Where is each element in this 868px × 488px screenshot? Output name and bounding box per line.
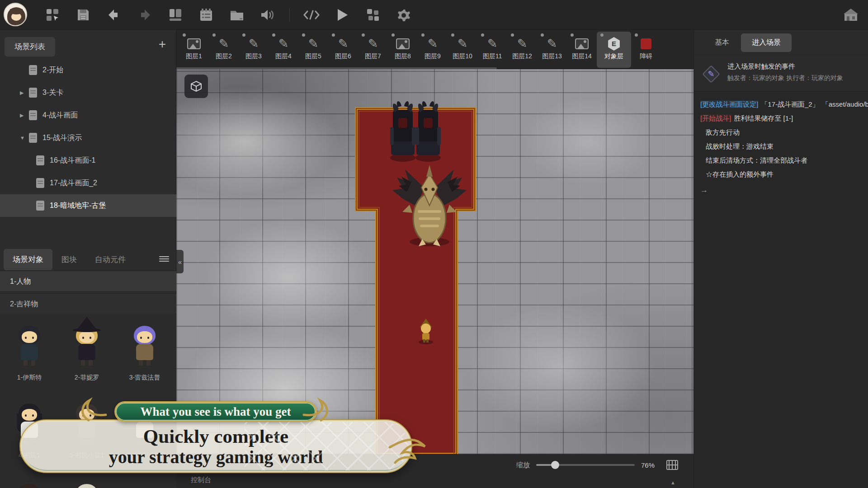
play-icon[interactable] bbox=[330, 4, 354, 26]
layout-icon[interactable] bbox=[164, 4, 187, 26]
collapse-panel-handle[interactable]: « bbox=[176, 250, 184, 273]
tab-layer-2[interactable]: ✎图层2 bbox=[209, 32, 239, 68]
character-sprite[interactable] bbox=[126, 322, 164, 371]
scene-tree-item[interactable]: 18-暗域地牢-古堡 bbox=[0, 194, 176, 217]
tree-expand-icon[interactable]: ▶ bbox=[20, 90, 26, 96]
layer-visibility-dot[interactable] bbox=[600, 33, 604, 37]
tab-auto-elements[interactable]: 自动元件 bbox=[86, 249, 135, 270]
layer-visibility-dot[interactable] bbox=[302, 33, 305, 37]
tab-layer-14[interactable]: 图层14 bbox=[567, 32, 597, 68]
tree-expand-icon[interactable]: ▼ bbox=[20, 135, 26, 141]
layer-visibility-dot[interactable] bbox=[392, 33, 395, 37]
scene-tree-item[interactable]: 17-战斗画面_2 bbox=[0, 172, 176, 194]
undo-icon[interactable] bbox=[102, 4, 126, 26]
character-sprite[interactable] bbox=[10, 322, 48, 371]
throne-right[interactable] bbox=[415, 101, 441, 162]
tab-layer-12[interactable]: ✎图层12 bbox=[507, 32, 537, 68]
tab-layer-1[interactable]: 图层1 bbox=[179, 32, 209, 68]
character-cell[interactable]: 2-菲妮罗 bbox=[60, 322, 114, 382]
tab-layer-10[interactable]: ✎图层10 bbox=[448, 32, 477, 68]
scene-tree-item[interactable]: ▶3-关卡 bbox=[0, 81, 176, 104]
character-cell[interactable]: 3-雷兹法普 bbox=[118, 322, 172, 382]
scene-tree-item[interactable]: 2-开始 bbox=[0, 59, 176, 81]
3d-view-button[interactable] bbox=[184, 75, 208, 98]
script-line[interactable]: 结束后清场方式：清理全部战斗者 bbox=[700, 155, 868, 166]
layer-visibility-dot[interactable] bbox=[511, 33, 514, 37]
red-carpet[interactable] bbox=[356, 108, 475, 454]
map-canvas[interactable]: « bbox=[176, 69, 693, 454]
tab-layer-13[interactable]: ✎图层13 bbox=[537, 32, 567, 68]
grid-toggle-icon[interactable] bbox=[666, 460, 678, 470]
character-cell[interactable] bbox=[60, 480, 114, 488]
layer-visibility-dot[interactable] bbox=[272, 33, 275, 37]
folder-icon[interactable] bbox=[225, 4, 249, 26]
layer-visibility-dot[interactable] bbox=[332, 33, 335, 37]
tab-layer-7[interactable]: ✎图层7 bbox=[358, 32, 388, 68]
tab-layer-6[interactable]: ✎图层6 bbox=[328, 32, 358, 68]
layer-visibility-dot[interactable] bbox=[212, 33, 216, 37]
tab-layer-3[interactable]: ✎图层3 bbox=[239, 32, 269, 68]
layer-visibility-dot[interactable] bbox=[541, 33, 544, 37]
layer-visibility-dot[interactable] bbox=[481, 33, 484, 37]
command-tag[interactable]: [开始战斗] bbox=[700, 114, 731, 122]
group-characters[interactable]: 1-人物 bbox=[0, 271, 176, 291]
layer-visibility-dot[interactable] bbox=[362, 33, 365, 37]
plugin-icon[interactable] bbox=[361, 4, 385, 26]
layer-icon-wrap bbox=[631, 36, 661, 52]
script-line[interactable]: [开始战斗]胜利结果储存至 [1-] bbox=[700, 113, 868, 124]
list-view-icon[interactable] bbox=[159, 255, 169, 263]
user-avatar[interactable] bbox=[4, 3, 27, 26]
script-line[interactable]: → bbox=[700, 184, 868, 196]
character-cell[interactable] bbox=[2, 480, 57, 488]
layer-visibility-dot[interactable] bbox=[242, 33, 245, 37]
shop-house-icon[interactable] bbox=[839, 4, 863, 26]
audio-icon[interactable] bbox=[256, 4, 279, 26]
tab-layer-11[interactable]: ✎图层11 bbox=[477, 32, 507, 68]
console-toggle[interactable]: 控制台 bbox=[191, 476, 211, 484]
tab-scene-list[interactable]: 场景列表 bbox=[5, 37, 55, 56]
tab-layer-8[interactable]: 图层8 bbox=[388, 32, 418, 68]
tab-object-layer[interactable]: E对象层 bbox=[597, 32, 631, 68]
character-cell[interactable]: 1-伊斯特 bbox=[2, 322, 57, 382]
script-line[interactable]: 敌方先行动 bbox=[700, 127, 868, 138]
tab-basic[interactable]: 基本 bbox=[704, 33, 740, 52]
schedule-icon[interactable] bbox=[194, 4, 218, 26]
expand-console-icon[interactable]: ▲ bbox=[670, 480, 675, 485]
tab-scene-objects[interactable]: 场景对象 bbox=[4, 249, 52, 270]
event-header[interactable]: ✎ 进入场景时触发的事件 触发者：玩家的对象 执行者：玩家的对象 bbox=[694, 55, 868, 91]
tab-layer-9[interactable]: ✎图层9 bbox=[418, 32, 448, 68]
add-scene-button[interactable]: + bbox=[159, 38, 166, 51]
redo-icon[interactable] bbox=[133, 4, 156, 26]
script-line[interactable]: 战败时处理：游戏结束 bbox=[700, 141, 868, 152]
layer-visibility-dot[interactable] bbox=[421, 33, 425, 37]
layer-visibility-dot[interactable] bbox=[571, 33, 574, 37]
code-icon[interactable] bbox=[300, 4, 323, 26]
script-line[interactable]: ☆存在插入的额外事件 bbox=[700, 169, 868, 180]
zoom-slider[interactable] bbox=[536, 464, 635, 466]
group-mascots[interactable]: 2-吉祥物 bbox=[0, 293, 176, 314]
zoom-slider-handle[interactable] bbox=[551, 461, 559, 469]
tree-expand-icon[interactable]: ▶ bbox=[20, 113, 26, 118]
layer-visibility-dot[interactable] bbox=[451, 33, 454, 37]
command-link[interactable]: [更改战斗画面设定] bbox=[700, 100, 758, 108]
tab-obstacle-layer[interactable]: 障碍 bbox=[631, 32, 661, 68]
scene-tree-item[interactable]: ▼15-战斗演示 bbox=[0, 127, 176, 149]
layer-visibility-dot[interactable] bbox=[635, 33, 638, 37]
character-sprite[interactable] bbox=[68, 480, 106, 488]
tab-layer-4[interactable]: ✎图层4 bbox=[269, 32, 298, 68]
scene-tree-item[interactable]: 16-战斗画面-1 bbox=[0, 149, 176, 172]
tab-tiles[interactable]: 图块 bbox=[52, 249, 86, 270]
character-sprite[interactable] bbox=[10, 480, 48, 488]
image-icon bbox=[187, 38, 201, 49]
script-line[interactable]: [更改战斗画面设定]「17-战斗画面_2」「asset/audio/bgm/ bbox=[700, 99, 868, 110]
throne-left[interactable] bbox=[390, 101, 415, 162]
dashboard-icon[interactable] bbox=[41, 4, 64, 26]
settings-icon[interactable] bbox=[392, 4, 415, 26]
scene-tree-item[interactable]: ▶4-战斗画面 bbox=[0, 104, 176, 127]
character-sprite[interactable] bbox=[68, 322, 106, 371]
obstacle-icon bbox=[641, 38, 651, 49]
save-icon[interactable] bbox=[71, 4, 95, 26]
layer-visibility-dot[interactable] bbox=[183, 33, 186, 37]
tab-enter-scene[interactable]: 进入场景 bbox=[741, 33, 792, 52]
tab-layer-5[interactable]: ✎图层5 bbox=[298, 32, 328, 68]
